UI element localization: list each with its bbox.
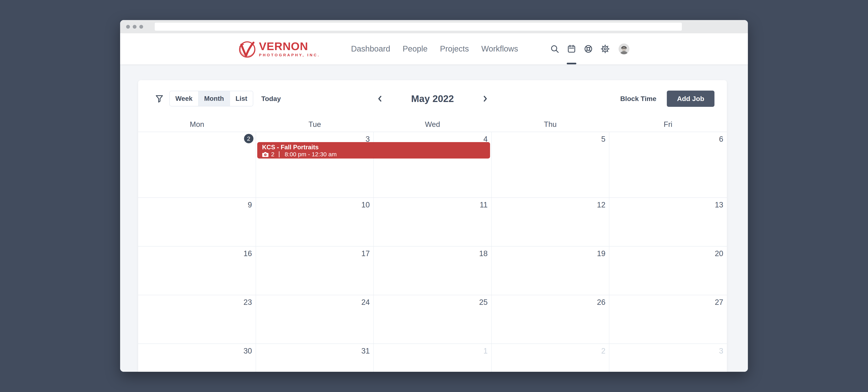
day-cell-11[interactable]: 11: [373, 198, 491, 246]
day-cell-9[interactable]: 9: [138, 198, 256, 246]
day-number: 24: [361, 298, 370, 307]
nav-workflows[interactable]: Workflows: [481, 44, 518, 53]
day-number: 16: [243, 249, 252, 258]
day-number: 13: [715, 201, 723, 209]
page-content: WeekMonthList Today May 2022: [120, 64, 748, 372]
day-cell-25[interactable]: 25: [373, 295, 491, 343]
day-cell-1[interactable]: 1: [373, 344, 491, 372]
search-icon[interactable]: [549, 33, 560, 64]
address-bar[interactable]: [155, 23, 682, 31]
nav-dashboard[interactable]: Dashboard: [351, 44, 390, 53]
day-cell-13[interactable]: 13: [609, 198, 727, 246]
view-week[interactable]: Week: [170, 91, 198, 106]
header-icons: [549, 33, 630, 64]
day-cell-23[interactable]: 23: [138, 295, 256, 343]
day-header-fri: Fri: [609, 120, 727, 129]
filter-icon[interactable]: [155, 94, 164, 103]
day-cell-12[interactable]: 12: [491, 198, 609, 246]
camera-icon: [262, 152, 269, 157]
prev-month-button[interactable]: [376, 94, 384, 103]
week-row: 910111213: [138, 197, 727, 246]
day-number: 25: [479, 298, 488, 307]
day-number: 12: [597, 201, 606, 209]
calendar-icon[interactable]: [566, 33, 577, 64]
desktop-background: VERNON PHOTOGRAPHY, INC. DashboardPeople…: [0, 0, 868, 392]
day-number: 26: [597, 298, 606, 307]
day-cell-4[interactable]: 4: [373, 132, 491, 197]
week-row: 3031123: [138, 343, 727, 372]
day-cell-17[interactable]: 17: [256, 247, 374, 295]
next-month-button[interactable]: [481, 94, 489, 103]
view-switcher: WeekMonthList: [169, 91, 253, 106]
week-row: 1617181920: [138, 246, 727, 295]
day-number: 11: [479, 201, 488, 209]
day-number: 9: [248, 201, 252, 209]
day-cell-6[interactable]: 6: [609, 132, 727, 197]
title-group: May 2022: [376, 93, 489, 104]
logo-mark: [238, 39, 257, 59]
view-month[interactable]: Month: [198, 91, 229, 106]
today-badge: 2: [244, 134, 253, 143]
nav-projects[interactable]: Projects: [440, 44, 469, 53]
day-cell-26[interactable]: 26: [491, 295, 609, 343]
day-header-wed: Wed: [374, 120, 491, 129]
event-divider: [279, 151, 279, 157]
logo[interactable]: VERNON PHOTOGRAPHY, INC.: [238, 39, 320, 59]
day-cell-16[interactable]: 16: [138, 247, 256, 295]
logo-subtitle: PHOTOGRAPHY, INC.: [259, 53, 320, 57]
day-cell-31[interactable]: 31: [256, 344, 374, 372]
avatar[interactable]: [617, 33, 630, 64]
day-cell-24[interactable]: 24: [256, 295, 374, 343]
help-icon[interactable]: [583, 33, 594, 64]
avatar-image: [619, 44, 629, 54]
day-number: 31: [361, 347, 370, 355]
nav-people[interactable]: People: [403, 44, 428, 53]
day-number: 1: [484, 347, 488, 355]
browser-chrome: [120, 20, 748, 33]
day-header-row: MonTueWedThuFri: [138, 117, 727, 132]
day-header-mon: Mon: [138, 120, 256, 129]
week-row: 23456 KCS - Fall Portraits 2 8:00 pm - 1…: [138, 132, 727, 197]
day-cell-10[interactable]: 10: [256, 198, 374, 246]
day-number: 30: [243, 347, 252, 355]
day-cell-2[interactable]: 2: [138, 132, 256, 197]
day-number: 19: [597, 249, 606, 258]
day-header-thu: Thu: [492, 120, 609, 129]
day-number: 3: [719, 347, 723, 355]
window-control-dot[interactable]: [126, 25, 130, 29]
calendar-toolbar: WeekMonthList Today May 2022: [138, 80, 727, 117]
day-number: 27: [715, 298, 723, 307]
day-number: 10: [361, 201, 370, 209]
day-cell-20[interactable]: 20: [609, 247, 727, 295]
day-cell-30[interactable]: 30: [138, 344, 256, 372]
day-cell-18[interactable]: 18: [373, 247, 491, 295]
logo-name: VERNON: [259, 41, 320, 52]
day-cell-3[interactable]: 3: [256, 132, 374, 197]
day-number: 18: [479, 249, 488, 258]
window-control-dot[interactable]: [139, 25, 143, 29]
block-time-button[interactable]: Block Time: [620, 95, 656, 103]
view-list[interactable]: List: [229, 91, 253, 106]
day-number: 6: [719, 135, 723, 143]
calendar-grid: 23456 KCS - Fall Portraits 2 8:00 pm - 1…: [138, 132, 727, 372]
event-time: 8:00 pm - 12:30 am: [285, 151, 337, 158]
day-number: 23: [243, 298, 252, 307]
day-number: 17: [361, 249, 370, 258]
day-cell-2[interactable]: 2: [491, 344, 609, 372]
today-button[interactable]: Today: [261, 95, 281, 103]
calendar-card: WeekMonthList Today May 2022: [138, 80, 727, 372]
day-number: 20: [715, 249, 723, 258]
toolbar-actions: Block Time Add Job: [620, 91, 714, 107]
calendar-event[interactable]: KCS - Fall Portraits 2 8:00 pm - 12:30 a…: [257, 142, 490, 159]
day-cell-19[interactable]: 19: [491, 247, 609, 295]
gear-icon[interactable]: [599, 33, 611, 64]
day-cell-5[interactable]: 5: [491, 132, 609, 197]
day-header-tue: Tue: [256, 120, 374, 129]
window-controls: [126, 25, 143, 29]
window-control-dot[interactable]: [133, 25, 136, 29]
event-title: KCS - Fall Portraits: [262, 143, 486, 151]
main-nav: DashboardPeopleProjectsWorkflows: [351, 44, 518, 53]
day-cell-3[interactable]: 3: [609, 344, 727, 372]
day-cell-27[interactable]: 27: [609, 295, 727, 343]
add-job-button[interactable]: Add Job: [667, 91, 714, 107]
